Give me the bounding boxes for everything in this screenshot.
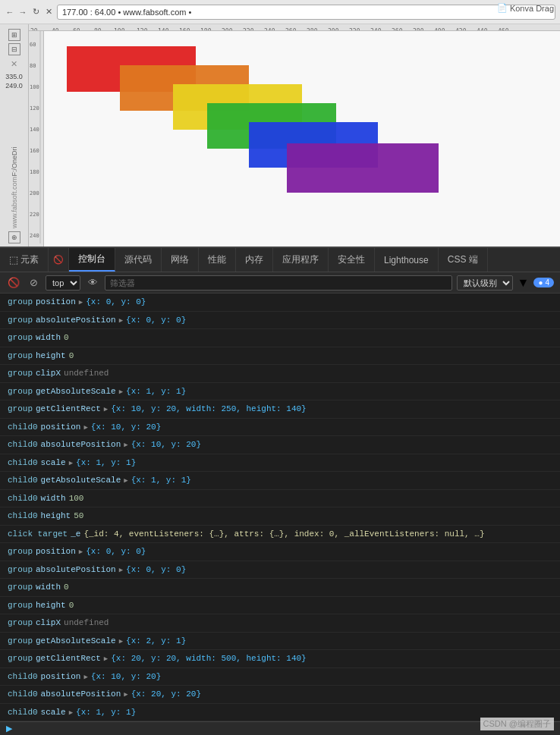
- prop-prefix: group: [8, 652, 33, 665]
- canvas-wrapper: // Drawn via JS below 20 40 60 80 100 12…: [29, 24, 560, 247]
- filter-icon-button[interactable]: ⊘: [26, 275, 41, 291]
- svg-text:160: 160: [30, 148, 39, 154]
- sidebar-path-label: F:/OneDri: [11, 95, 18, 177]
- eye-icon-button[interactable]: 👁: [85, 275, 100, 291]
- refresh-icon[interactable]: ↻: [30, 7, 41, 17]
- expand-arrow[interactable]: ▶: [119, 316, 123, 327]
- prop-key: getClientRect: [36, 652, 101, 665]
- prop-prefix: child0: [8, 421, 38, 434]
- svg-text:100: 100: [30, 84, 39, 90]
- expand-arrow[interactable]: ▶: [104, 655, 108, 665]
- close-icon[interactable]: ✕: [43, 7, 54, 17]
- prop-prefix: group: [8, 331, 33, 344]
- canvas-drawing[interactable]: [44, 31, 560, 247]
- tab-memory[interactable]: 内存: [236, 248, 273, 272]
- bottom-path-icon[interactable]: ▶: [6, 724, 12, 733]
- expand-arrow[interactable]: ▶: [124, 476, 127, 487]
- browser-nav-icons: ← → ↻ ✕: [5, 7, 54, 17]
- watermark: CSDN @编程圈子: [480, 718, 554, 730]
- prop-prefix: child0: [8, 706, 38, 719]
- prop-value: 0: [64, 581, 69, 594]
- expand-arrow[interactable]: ▶: [124, 441, 127, 451]
- forward-icon[interactable]: →: [17, 7, 28, 17]
- sidebar-bottom-icon[interactable]: ⊕: [8, 231, 20, 243]
- prop-key: absolutePosition: [36, 564, 116, 576]
- ruler-left: 60 80 100 120 140 160 180 200 220 240: [29, 31, 44, 247]
- prop-key: position: [41, 671, 81, 683]
- page-title: Konva Drag: [510, 4, 554, 13]
- prop-value: undefined: [64, 367, 109, 380]
- tab-css[interactable]: CSS 端: [439, 248, 488, 272]
- prop-key: clipX: [36, 367, 61, 380]
- console-icon: 🚫: [53, 255, 64, 265]
- prop-key: _e: [71, 528, 80, 541]
- prop-key: height: [36, 599, 66, 612]
- expand-arrow[interactable]: ▶: [124, 690, 127, 701]
- prop-key: absolutePosition: [41, 438, 121, 451]
- tab-sources[interactable]: 源代码: [115, 248, 162, 272]
- console-line: group getClientRect ▶{x: 20, y: 20, widt…: [0, 650, 560, 668]
- prop-value: {x: 2, y: 1}: [126, 635, 186, 648]
- console-line: group position ▶{x: 0, y: 0}: [0, 294, 560, 312]
- expand-arrow[interactable]: ▶: [79, 548, 83, 558]
- ruler-top-svg: // Drawn via JS below 20 40 60 80 100 12…: [29, 24, 560, 31]
- level-select[interactable]: 默认级别: [457, 275, 513, 291]
- console-line: child0 width 100: [0, 490, 560, 508]
- tab-network[interactable]: 网络: [162, 248, 199, 272]
- expand-arrow[interactable]: ▶: [119, 566, 123, 576]
- expand-arrow[interactable]: ▶: [119, 637, 123, 648]
- prop-prefix: group: [8, 545, 33, 558]
- back-icon[interactable]: ←: [5, 7, 15, 17]
- tab-performance[interactable]: 性能: [199, 248, 236, 272]
- prop-key: getAbsoluteScale: [36, 385, 116, 398]
- tab-console-icon-area[interactable]: 🚫: [49, 248, 69, 272]
- prop-key: absolutePosition: [41, 688, 121, 701]
- expand-arrow[interactable]: ▶: [69, 459, 73, 470]
- inspect-icon: ⬚: [9, 254, 18, 265]
- ruler-top: // Drawn via JS below 20 40 60 80 100 12…: [29, 24, 560, 31]
- address-bar[interactable]: 177.00 : 64.00 • www.fabsoft.com •: [57, 5, 555, 20]
- expand-arrow[interactable]: ▶: [83, 423, 87, 434]
- prop-key: getClientRect: [36, 403, 101, 416]
- console-line: click target _e {_id: 4, eventListeners:…: [0, 526, 560, 544]
- devtools-tab-bar: ⬚ 元素 🚫 控制台 源代码 网络 性能 内存 应用程序 安全性 Lightho…: [0, 248, 560, 272]
- console-line: child0 scale ▶{x: 1, y: 1}: [0, 454, 560, 473]
- prop-prefix: group: [8, 635, 33, 648]
- tab-application[interactable]: 应用程序: [273, 248, 329, 272]
- filter-input[interactable]: [105, 275, 452, 291]
- expand-arrow[interactable]: ▶: [79, 298, 83, 309]
- prop-prefix: child0: [8, 474, 38, 487]
- sidebar-tool-1[interactable]: ⊞: [8, 29, 20, 41]
- prop-key: height: [41, 510, 71, 523]
- tab-inspect[interactable]: ⬚ 元素: [0, 248, 49, 272]
- prop-prefix: group: [8, 367, 33, 380]
- expand-arrow[interactable]: ▶: [104, 405, 108, 416]
- prop-value: {x: 10, y: 20}: [131, 438, 201, 451]
- tab-lighthouse[interactable]: Lighthouse: [375, 248, 439, 272]
- expand-arrow[interactable]: ▶: [69, 708, 73, 719]
- rect-purple[interactable]: [287, 143, 439, 193]
- svg-text:200: 200: [30, 190, 39, 196]
- clear-console-button[interactable]: 🚫: [6, 275, 21, 291]
- prop-value: {x: 0, y: 0}: [126, 564, 186, 576]
- sidebar-close-icon[interactable]: ✕: [8, 58, 20, 70]
- tab-console[interactable]: 控制台: [69, 248, 115, 272]
- prop-value: {x: 0, y: 0}: [126, 314, 186, 327]
- canvas-main: 60 80 100 120 140 160 180 200 220 240: [29, 31, 560, 247]
- prop-prefix: child0: [8, 492, 38, 505]
- expand-arrow[interactable]: ▶: [119, 388, 123, 398]
- prop-key: width: [36, 581, 61, 594]
- tab-security[interactable]: 安全性: [329, 248, 375, 272]
- svg-text:240: 240: [30, 233, 39, 239]
- left-sidebar: ⊞ ⊟ ✕ 335.0249.0 F:/OneDri www.fabsoft.c…: [0, 24, 29, 247]
- expand-arrow[interactable]: ▶: [83, 673, 87, 683]
- devtools-bottom-bar: ▶: [0, 721, 560, 735]
- top-context-selector[interactable]: top: [46, 275, 80, 291]
- prop-value: {x: 1, y: 1}: [76, 706, 136, 719]
- ruler-left-svg: 60 80 100 120 140 160 180 200 220 240: [29, 31, 44, 243]
- console-line: child0 scale ▶{x: 1, y: 1}: [0, 704, 560, 722]
- sidebar-tool-2[interactable]: ⊟: [8, 43, 20, 55]
- console-line: group getClientRect ▶{x: 10, y: 20, widt…: [0, 400, 560, 419]
- prop-key: width: [36, 331, 61, 344]
- svg-text:60: 60: [30, 42, 36, 48]
